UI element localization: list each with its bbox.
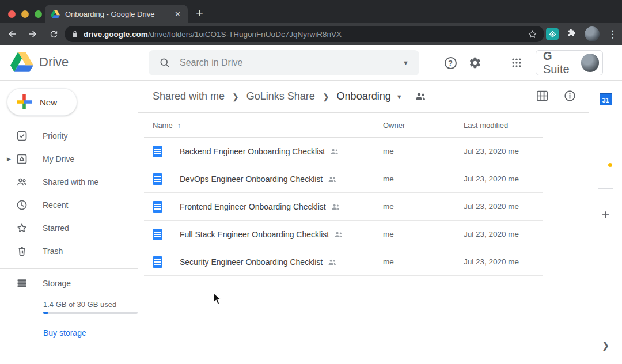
file-name: Backend Engineer Onboarding Checklist — [180, 147, 325, 156]
search-bar[interactable]: ▼ — [149, 50, 419, 75]
sidebar: New Priority ▶ My Drive — [0, 81, 138, 364]
google-docs-icon — [153, 173, 162, 185]
sort-ascending-icon[interactable]: ↑ — [177, 121, 181, 130]
table-row[interactable]: Backend Engineer Onboarding Checklist me… — [144, 138, 543, 165]
storage-label: Storage — [43, 279, 71, 288]
browser-window: Onboarding - Google Drive ✕ + drive.goog… — [0, 0, 622, 364]
file-name: Frontend Engineer Onboarding Checklist — [180, 202, 326, 211]
toolbar-right-icons: ⋮ — [546, 23, 617, 45]
google-docs-icon — [153, 201, 162, 213]
buy-storage-link[interactable]: Buy storage — [43, 328, 86, 338]
gsuite-g-logo: G — [543, 50, 552, 62]
drive-favicon-icon — [51, 10, 60, 18]
column-header-name[interactable]: Name ↑ — [153, 121, 383, 130]
search-options-caret-icon[interactable]: ▼ — [403, 59, 409, 66]
google-docs-icon — [153, 146, 162, 157]
gsuite-account-box[interactable]: G Suite — [536, 50, 603, 75]
storage-progress-fill — [43, 312, 48, 314]
sidebar-item-priority[interactable]: Priority — [0, 124, 138, 147]
sidebar-item-shared-with-me[interactable]: Shared with me — [0, 170, 138, 194]
storage-progress-bar — [43, 312, 138, 314]
extensions-puzzle-icon[interactable] — [567, 28, 577, 40]
tab-close-icon[interactable]: ✕ — [173, 10, 182, 18]
info-icon — [564, 90, 576, 102]
table-row[interactable]: Security Engineer Onboarding Checklist m… — [144, 248, 543, 276]
grid-view-button[interactable] — [536, 90, 548, 104]
sidebar-item-label: Priority — [43, 131, 68, 141]
column-header-modified[interactable]: Last modified — [464, 121, 543, 130]
bookmark-star-icon[interactable] — [528, 29, 537, 39]
file-modified: Jul 23, 2020 me — [464, 257, 543, 266]
shared-file-icon — [328, 259, 337, 266]
file-owner: me — [383, 175, 464, 183]
column-header-owner[interactable]: Owner — [383, 121, 464, 130]
zoom-window-button[interactable] — [35, 10, 42, 18]
sidebar-item-my-drive[interactable]: ▶ My Drive — [0, 147, 138, 170]
forward-button[interactable] — [24, 25, 41, 43]
address-bar[interactable]: drive.google.com/drive/folders/1oiCO1S-T… — [65, 26, 544, 42]
sidebar-nav: Priority ▶ My Drive — [0, 124, 138, 263]
sidebar-item-storage[interactable]: Storage — [0, 272, 138, 295]
settings-button[interactable] — [468, 45, 483, 81]
calendar-icon[interactable]: 31 — [600, 93, 612, 105]
sidebar-item-trash[interactable]: Trash — [0, 240, 138, 263]
file-modified: Jul 23, 2020 me — [464, 147, 543, 156]
folder-menu-caret-icon[interactable]: ▼ — [396, 93, 403, 100]
expand-caret-icon[interactable]: ▶ — [7, 156, 11, 162]
storage-usage-text: 1.4 GB of 30 GB used — [43, 300, 116, 309]
rail-divider — [598, 188, 613, 189]
file-name: Security Engineer Onboarding Checklist — [180, 257, 323, 267]
back-button[interactable] — [3, 25, 21, 43]
file-table: Name ↑ Owner Last modified Backend Engin… — [144, 113, 543, 276]
folder-shared-icon — [415, 92, 426, 103]
sidebar-divider — [0, 268, 138, 269]
browser-menu-icon[interactable]: ⋮ — [608, 28, 617, 40]
breadcrumb-onboarding[interactable]: Onboarding — [337, 90, 391, 103]
help-button[interactable]: ? — [443, 45, 457, 81]
plus-multicolor-icon — [17, 94, 32, 109]
new-button-label: New — [40, 97, 57, 107]
file-modified: Jul 23, 2020 me — [464, 230, 543, 238]
chevron-right-icon: ❯ — [232, 92, 239, 101]
table-row[interactable]: Frontend Engineer Onboarding Checklist m… — [144, 193, 543, 221]
collapse-panel-chevron-icon[interactable]: ❯ — [602, 340, 609, 351]
trash-icon — [16, 245, 28, 257]
google-docs-icon — [153, 229, 162, 240]
new-tab-button[interactable]: + — [196, 6, 203, 21]
tab-title: Onboarding - Google Drive — [65, 10, 168, 18]
browser-profile-avatar[interactable] — [585, 26, 600, 41]
close-window-button[interactable] — [8, 10, 16, 18]
browser-toolbar: drive.google.com/drive/folders/1oiCO1S-T… — [0, 23, 622, 45]
view-actions — [536, 81, 576, 113]
minimize-window-button[interactable] — [21, 10, 29, 18]
my-drive-icon — [16, 153, 28, 165]
grid-view-icon — [536, 90, 548, 101]
sidebar-item-recent[interactable]: Recent — [0, 194, 138, 217]
file-modified: Jul 23, 2020 me — [464, 175, 543, 183]
extension-icon[interactable] — [546, 28, 559, 40]
sidebar-item-label: Trash — [43, 247, 63, 256]
breadcrumb-shared-with-me[interactable]: Shared with me — [153, 90, 225, 103]
apps-grid-icon — [511, 57, 522, 69]
breadcrumb-golinks-share[interactable]: GoLinks Share — [246, 90, 315, 103]
table-row[interactable]: Full Stack Engineer Onboarding Checklist… — [144, 221, 543, 248]
drive-brand[interactable]: Drive — [10, 52, 69, 72]
details-button[interactable] — [564, 90, 576, 104]
table-row[interactable]: DevOps Engineer Onboarding Checklist me … — [144, 165, 543, 193]
browser-tab[interactable]: Onboarding - Google Drive ✕ — [45, 5, 188, 23]
search-input[interactable] — [180, 58, 393, 68]
apps-grid-button[interactable] — [509, 45, 524, 81]
window-controls — [8, 10, 42, 18]
tab-strip: Onboarding - Google Drive ✕ + — [0, 0, 622, 23]
account-avatar[interactable] — [581, 54, 599, 72]
sidebar-item-label: Shared with me — [43, 177, 98, 187]
new-button[interactable]: New — [7, 88, 77, 116]
add-addon-button[interactable]: + — [601, 207, 609, 223]
sidebar-item-starred[interactable]: Starred — [0, 217, 138, 240]
reload-button[interactable] — [45, 25, 62, 43]
search-icon — [159, 57, 170, 69]
chevron-right-icon: ❯ — [323, 92, 329, 101]
breadcrumb: Shared with me ❯ GoLinks Share ❯ Onboard… — [138, 81, 589, 113]
shared-people-icon — [16, 176, 28, 188]
priority-icon — [16, 130, 28, 142]
